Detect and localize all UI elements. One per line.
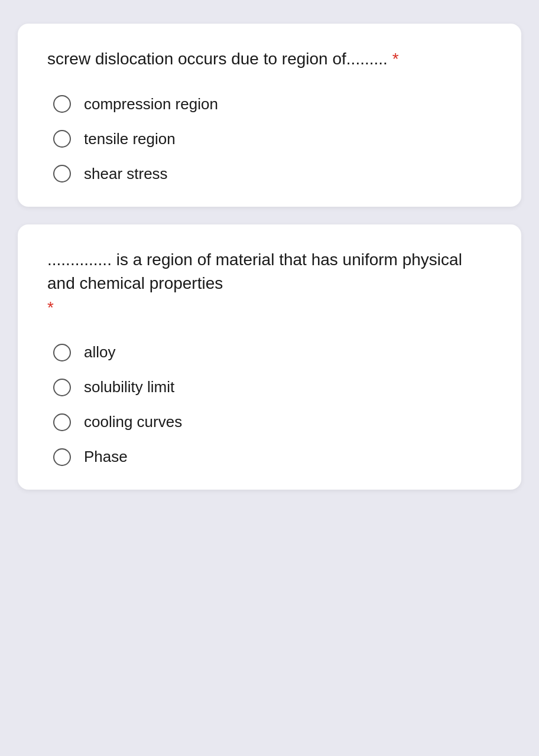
option-item-solubility[interactable]: solubility limit <box>53 378 492 396</box>
option-item-shear[interactable]: shear stress <box>53 165 492 183</box>
radio-cooling[interactable] <box>53 413 71 431</box>
question-card-2: .............. is a region of material t… <box>18 224 521 490</box>
radio-alloy[interactable] <box>53 344 71 361</box>
options-list-2: alloy solubility limit cooling curves Ph… <box>47 343 492 466</box>
question-card-1: screw dislocation occurs due to region o… <box>18 24 521 207</box>
question-1-required: * <box>392 50 399 68</box>
option-label-cooling: cooling curves <box>84 413 182 431</box>
question-2-body: .............. is a region of material t… <box>47 250 462 293</box>
option-label-alloy: alloy <box>84 343 115 361</box>
options-list-1: compression region tensile region shear … <box>47 95 492 183</box>
option-item-compression[interactable]: compression region <box>53 95 492 113</box>
radio-tensile[interactable] <box>53 130 71 148</box>
option-label-solubility: solubility limit <box>84 378 174 396</box>
radio-shear[interactable] <box>53 165 71 183</box>
option-item-cooling[interactable]: cooling curves <box>53 413 492 431</box>
question-2-required: * <box>47 298 54 317</box>
question-1-text: screw dislocation occurs due to region o… <box>47 47 492 71</box>
option-label-phase: Phase <box>84 448 128 466</box>
option-item-tensile[interactable]: tensile region <box>53 130 492 148</box>
option-label-tensile: tensile region <box>84 130 176 148</box>
radio-solubility[interactable] <box>53 379 71 396</box>
option-item-phase[interactable]: Phase <box>53 448 492 466</box>
option-item-alloy[interactable]: alloy <box>53 343 492 361</box>
option-label-compression: compression region <box>84 95 218 113</box>
radio-compression[interactable] <box>53 95 71 113</box>
radio-phase[interactable] <box>53 448 71 466</box>
option-label-shear: shear stress <box>84 165 168 183</box>
question-2-text: .............. is a region of material t… <box>47 248 492 320</box>
question-1-body: screw dislocation occurs due to region o… <box>47 50 392 68</box>
